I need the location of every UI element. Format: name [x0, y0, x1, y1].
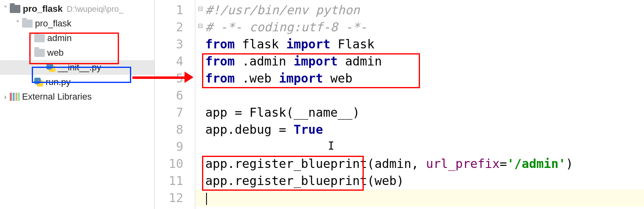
tree-item-run[interactable]: › run.py — [0, 75, 154, 89]
tree-label: admin — [47, 33, 72, 44]
python-file-icon — [34, 78, 43, 87]
code-line: from .web import web — [196, 70, 644, 87]
tree-label: run.py — [46, 77, 70, 87]
chevron-right-icon[interactable]: › — [2, 93, 9, 101]
tree-path: D:\wupeiqi\pro_ — [67, 4, 123, 14]
project-tree[interactable]: ˅ pro_flask D:\wupeiqi\pro_ ˅ pro_flask … — [0, 0, 155, 209]
tree-item-admin[interactable]: › admin — [0, 31, 154, 46]
line-number: 9 — [155, 138, 195, 155]
chevron-down-icon[interactable]: ˅ — [14, 19, 21, 28]
tree-item-web[interactable]: › web — [0, 46, 154, 60]
folder-icon — [34, 49, 45, 57]
ide-root: ˅ pro_flask D:\wupeiqi\pro_ ˅ pro_flask … — [0, 0, 644, 209]
line-number: 5 — [155, 70, 195, 87]
line-number: 8 — [155, 121, 195, 138]
line-number: 6 — [155, 87, 195, 104]
tree-item-extlib[interactable]: › External Libraries — [0, 89, 154, 104]
tree-item-root[interactable]: ˅ pro_flask D:\wupeiqi\pro_ — [0, 2, 154, 16]
code-area[interactable]: ⊟ ⊟ #!/usr/bin/env python # -*- coding:u… — [196, 0, 644, 209]
chevron-right-icon[interactable]: › — [26, 34, 33, 43]
code-line: from .admin import admin — [196, 53, 644, 70]
text-caret — [206, 193, 207, 205]
code-line — [196, 87, 644, 104]
code-line: app = Flask(__name__) — [196, 104, 644, 121]
tree-item-pkg[interactable]: ˅ pro_flask — [0, 16, 154, 31]
line-number: 4 — [155, 53, 195, 70]
line-number: 12 — [155, 189, 195, 207]
tree-item-init[interactable]: › __init__.py — [0, 60, 154, 75]
code-line: app.register_blueprint(admin, url_prefix… — [196, 155, 644, 172]
line-number: 3 — [155, 36, 195, 53]
code-line — [196, 189, 644, 207]
chevron-down-icon[interactable]: ˅ — [2, 4, 9, 13]
gutter: 1 2 3 4 5 6 7 8 9 10 11 12 — [155, 0, 196, 209]
code-line: # -*- coding:utf-8 -*- — [196, 19, 644, 36]
tree-label: pro_flask — [23, 4, 63, 14]
code-line: from flask import Flask — [196, 36, 644, 53]
line-number: 11 — [155, 172, 195, 189]
line-number: 7 — [155, 104, 195, 121]
tree-label: web — [47, 48, 64, 58]
code-editor[interactable]: 1 2 3 4 5 6 7 8 9 10 11 12 ⊟ ⊟ #!/usr/bi… — [155, 0, 644, 209]
fold-icon[interactable]: ⊟ — [196, 21, 204, 30]
folder-icon — [10, 5, 20, 13]
folder-icon — [22, 20, 33, 28]
code-line: app.debug = True — [196, 121, 644, 138]
chevron-right-icon[interactable]: › — [26, 49, 33, 57]
code-line: #!/usr/bin/env python — [196, 2, 644, 19]
line-number: 1 — [155, 2, 195, 19]
folder-icon — [34, 34, 45, 42]
tree-label: External Libraries — [22, 91, 92, 102]
tree-label: pro_flask — [35, 18, 71, 29]
libraries-icon — [10, 93, 20, 101]
fold-icon[interactable]: ⊟ — [196, 4, 204, 13]
line-number: 10 — [155, 155, 195, 172]
line-number: 2 — [155, 19, 195, 36]
code-line: app.register_blueprint(web) — [196, 172, 644, 189]
code-line — [196, 138, 644, 155]
tree-label: __init__.py — [58, 62, 101, 73]
python-file-icon — [46, 63, 55, 72]
